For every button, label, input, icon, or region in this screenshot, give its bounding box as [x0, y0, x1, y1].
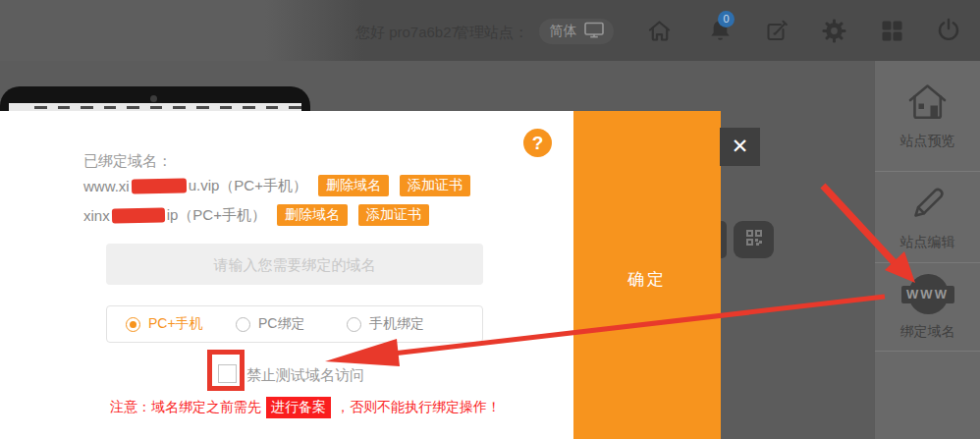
- close-icon[interactable]: ✕: [720, 128, 760, 166]
- red-scribble-redaction: [112, 207, 165, 223]
- right-sidebar: 站点预览 站点编辑 WWW 绑定域名: [874, 61, 980, 439]
- radio-circle[interactable]: [126, 317, 140, 332]
- radio-pc-and-mobile[interactable]: PC+手机: [126, 315, 236, 333]
- www-globe-icon: WWW: [901, 273, 954, 316]
- sidebar-item-bind-domain[interactable]: WWW 绑定域名: [875, 263, 980, 352]
- settings-gear-icon[interactable]: [820, 17, 847, 44]
- power-logout-icon[interactable]: [935, 17, 962, 44]
- sidebar-item-label: 绑定域名: [900, 323, 955, 341]
- qr-code-button[interactable]: [734, 221, 774, 258]
- pencil-icon: [907, 183, 948, 227]
- domain-text-suffix: ip（PC+手机）: [167, 206, 266, 225]
- compose-edit-icon[interactable]: [763, 17, 790, 44]
- note-post-text: ，否则不能执行绑定操作！: [336, 399, 501, 416]
- delete-domain-button[interactable]: 删除域名: [277, 204, 348, 226]
- radio-circle[interactable]: [347, 317, 361, 332]
- qr-code-icon: [744, 228, 764, 251]
- delete-domain-button[interactable]: 删除域名: [318, 175, 389, 196]
- language-switch-button[interactable]: 简体: [539, 19, 614, 44]
- confirm-button-label: 确定: [573, 268, 721, 291]
- bind-domain-modal: ? 已绑定域名： www.xi u.vip（PC+手机） 删除域名 添加证书 x…: [0, 111, 573, 439]
- help-icon[interactable]: ?: [523, 129, 552, 157]
- red-scribble-redaction: [132, 178, 187, 193]
- home-icon: [905, 82, 950, 126]
- monitor-icon: [584, 22, 604, 41]
- domain-text-prefix: xinx: [83, 207, 110, 224]
- icp-filing-link[interactable]: 进行备案: [266, 397, 331, 418]
- language-label: 简体: [550, 23, 577, 40]
- forbid-test-domain-checkbox[interactable]: [218, 364, 237, 383]
- app-screenshot: 您好 pro7a6b27 管理站点： 简体 0: [0, 0, 980, 439]
- radio-circle[interactable]: [236, 317, 250, 332]
- bound-domain-row: xinx ip（PC+手机） 删除域名 添加证书: [83, 203, 429, 227]
- radio-pc-bind[interactable]: PC绑定: [236, 315, 347, 333]
- notification-count-badge: 0: [718, 11, 735, 27]
- add-certificate-button[interactable]: 添加证书: [358, 204, 429, 226]
- www-band-label: WWW: [901, 286, 954, 303]
- top-header-bar: 您好 pro7a6b27 管理站点： 简体 0: [0, 0, 980, 61]
- bound-domains-label: 已绑定域名：: [83, 152, 172, 171]
- binding-note: 注意：域名绑定之前需先 进行备案 ，否则不能执行绑定操作！: [110, 397, 501, 418]
- note-pre-text: 注意：域名绑定之前需先: [110, 399, 261, 416]
- bound-domain-row: www.xi u.vip（PC+手机） 删除域名 添加证书: [83, 174, 470, 197]
- bind-type-radio-group: PC+手机 PC绑定 手机绑定: [106, 305, 483, 343]
- home-icon[interactable]: [645, 17, 673, 44]
- sidebar-item-label: 站点编辑: [900, 234, 955, 251]
- sidebar-item-site-preview[interactable]: 站点预览: [875, 61, 980, 172]
- radio-mobile-bind[interactable]: 手机绑定: [347, 315, 424, 333]
- domain-input[interactable]: [106, 244, 483, 285]
- tablet-camera-dot: [150, 95, 157, 102]
- domain-text-suffix: u.vip（PC+手机）: [189, 177, 307, 195]
- user-greeting: 您好 pro7a6b27: [355, 24, 460, 42]
- hidden-partial-button[interactable]: [721, 221, 727, 258]
- sidebar-item-site-edit[interactable]: 站点编辑: [875, 172, 980, 263]
- apps-grid-icon[interactable]: [878, 17, 905, 44]
- domain-text-prefix: www.xi: [83, 178, 130, 194]
- confirm-button[interactable]: 确定: [573, 111, 721, 439]
- manage-site-label: 管理站点：: [455, 24, 528, 42]
- forbid-test-domain-label: 禁止测试域名访问: [246, 366, 364, 385]
- add-certificate-button[interactable]: 添加证书: [400, 175, 470, 196]
- sidebar-item-label: 站点预览: [900, 133, 955, 150]
- tablet-preview-mockup: [0, 86, 310, 113]
